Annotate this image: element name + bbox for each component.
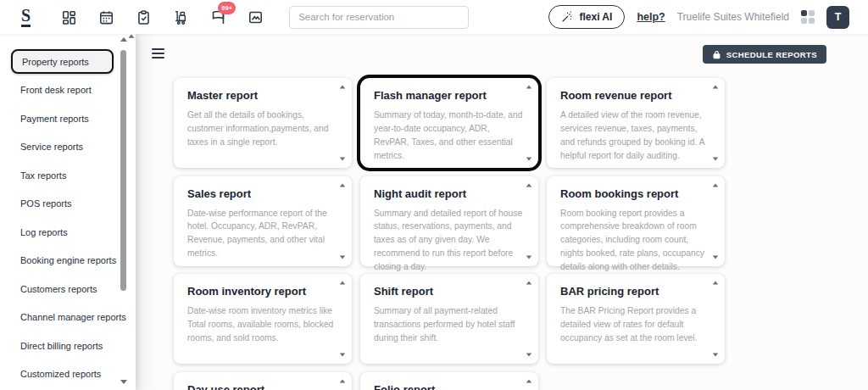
report-card-title: Master report	[187, 89, 343, 102]
report-card-description: A detailed view of the room revenue, ser…	[560, 109, 716, 163]
sidebar-item-pos-reports[interactable]: POS reports	[0, 190, 136, 219]
report-card-title: Room inventory report	[187, 285, 343, 298]
report-card-title: Flash manager report	[374, 89, 530, 102]
sidebar-item-property-reports[interactable]: Property reports	[11, 49, 114, 74]
report-grid: Master reportGet all the details of book…	[174, 78, 725, 390]
report-card-folio-report[interactable]: Folio report	[360, 372, 538, 390]
report-card-title: BAR pricing report	[560, 285, 716, 298]
main-content: SCHEDULE REPORTS Master reportGet all th…	[136, 34, 868, 390]
card-scroll-up-icon[interactable]	[340, 379, 345, 382]
report-card-bar-pricing-report[interactable]: BAR pricing reportThe BAR Pricing Report…	[547, 274, 725, 364]
card-scroll-down-icon[interactable]	[526, 158, 531, 161]
report-card-description: Date-wise room inventory metrics like To…	[187, 304, 343, 345]
report-card-room-revenue-report[interactable]: Room revenue reportA detailed view of th…	[547, 78, 725, 168]
report-card-description: Summary and detailed report of house sta…	[374, 207, 530, 275]
card-scroll-up-icon[interactable]	[713, 183, 718, 187]
sidebar-scroll-up-icon[interactable]	[120, 37, 127, 42]
menu-toggle-icon[interactable]	[152, 48, 164, 61]
card-scroll-down-icon[interactable]	[713, 354, 718, 357]
report-card-flash-manager-report[interactable]: Flash manager reportSummary of today, mo…	[360, 78, 538, 168]
report-card-day-use-report[interactable]: Day use report	[174, 372, 352, 390]
report-card-title: Shift report	[374, 285, 530, 298]
sidebar-item-customized-reports[interactable]: Customized reports	[0, 360, 136, 389]
report-card-night-audit-report[interactable]: Night audit reportSummary and detailed r…	[360, 176, 538, 266]
sidebar-item-direct-billing-reports[interactable]: Direct billing reports	[0, 332, 136, 360]
report-card-master-report[interactable]: Master reportGet all the details of book…	[174, 78, 352, 168]
user-avatar[interactable]: T	[826, 6, 849, 29]
card-scroll-down-icon[interactable]	[526, 354, 531, 357]
search-input[interactable]	[289, 6, 469, 29]
property-name: Truelife Suites Whitefield	[677, 11, 789, 23]
sidebar-item-booking-engine-reports[interactable]: Booking engine reports	[0, 247, 136, 276]
sidebar-item-customers-reports[interactable]: Customers reports	[0, 275, 136, 304]
card-scroll-down-icon[interactable]	[713, 158, 718, 161]
card-scroll-up-icon[interactable]	[713, 86, 718, 89]
card-scroll-down-icon[interactable]	[526, 255, 531, 259]
magic-wand-icon	[561, 11, 573, 23]
stayflexi-logo[interactable]: S	[21, 7, 31, 27]
top-icon-nav: 99+	[61, 9, 264, 25]
lock-icon	[712, 50, 721, 59]
dashboard-icon[interactable]	[61, 9, 77, 25]
report-card-title: Night audit report	[374, 187, 530, 200]
report-card-room-inventory-report[interactable]: Room inventory reportDate-wise room inve…	[174, 274, 352, 364]
card-scroll-up-icon[interactable]	[526, 379, 531, 382]
report-card-description: Summary of today, month-to-date, and yea…	[374, 109, 530, 163]
report-card-description: Get all the details of bookings, custome…	[187, 109, 343, 149]
schedule-reports-label: SCHEDULE REPORTS	[726, 50, 817, 59]
announcements-flag-icon[interactable]: 99+	[210, 9, 226, 25]
help-link[interactable]: help?	[637, 11, 665, 23]
sidebar-nav: Property reportsFront desk reportPayment…	[0, 49, 136, 388]
card-scroll-down-icon[interactable]	[340, 255, 345, 259]
sidebar-item-service-reports[interactable]: Service reports	[0, 133, 136, 162]
card-scroll-up-icon[interactable]	[713, 281, 718, 285]
report-card-title: Sales report	[187, 187, 343, 200]
report-card-description: Summary of all payment-related transacti…	[374, 304, 530, 345]
page-scroll-up-icon[interactable]	[129, 34, 135, 37]
report-card-title: Room bookings report	[560, 187, 716, 200]
report-card-title: Room revenue report	[560, 89, 716, 102]
card-scroll-up-icon[interactable]	[526, 183, 531, 187]
report-card-sales-report[interactable]: Sales reportDate-wise performance report…	[174, 176, 352, 266]
card-scroll-up-icon[interactable]	[526, 86, 531, 89]
card-scroll-up-icon[interactable]	[340, 86, 345, 89]
card-scroll-up-icon[interactable]	[340, 183, 345, 187]
report-card-title: Folio report	[374, 383, 530, 390]
card-scroll-down-icon[interactable]	[340, 158, 345, 161]
apps-grid-icon[interactable]	[801, 10, 815, 24]
sidebar-item-front-desk-report[interactable]: Front desk report	[0, 76, 136, 105]
flexi-ai-label: flexi AI	[579, 11, 612, 23]
reports-sidebar: Property reportsFront desk reportPayment…	[0, 34, 136, 390]
report-card-description: Room booking report provides a comprehen…	[560, 207, 716, 275]
report-card-room-bookings-report[interactable]: Room bookings reportRoom booking report …	[547, 176, 725, 266]
sidebar-item-payment-reports[interactable]: Payment reports	[0, 104, 136, 133]
notification-badge: 99+	[218, 2, 236, 14]
card-scroll-down-icon[interactable]	[713, 255, 718, 259]
schedule-reports-button[interactable]: SCHEDULE REPORTS	[703, 45, 826, 64]
app-window: S	[0, 0, 868, 390]
card-scroll-up-icon[interactable]	[526, 281, 531, 285]
feedback-image-icon[interactable]	[248, 9, 264, 25]
topbar-right-group: flexi AI help? Truelife Suites Whitefiel…	[548, 5, 849, 29]
card-scroll-up-icon[interactable]	[340, 281, 345, 285]
top-navigation-bar: S	[0, 0, 868, 34]
sidebar-scroll-down-icon[interactable]	[120, 380, 127, 384]
sidebar-item-log-reports[interactable]: Log reports	[0, 218, 136, 247]
sidebar-scrollbar-thumb[interactable]	[120, 50, 126, 291]
sidebar-item-tax-reports[interactable]: Tax reports	[0, 161, 136, 190]
flexi-ai-button[interactable]: flexi AI	[548, 5, 625, 29]
report-card-description: The BAR Pricing Report provides a detail…	[560, 304, 716, 345]
clipboard-check-icon[interactable]	[136, 9, 152, 25]
card-scroll-down-icon[interactable]	[340, 354, 345, 357]
report-card-description: Date-wise performance report of the hote…	[187, 207, 343, 261]
bellhop-trolley-icon[interactable]	[173, 9, 189, 25]
report-card-title: Day use report	[187, 383, 343, 390]
calendar-icon[interactable]	[98, 9, 114, 25]
report-card-shift-report[interactable]: Shift reportSummary of all payment-relat…	[360, 274, 538, 364]
sidebar-item-channel-manager-reports[interactable]: Channel manager reports	[0, 304, 136, 332]
